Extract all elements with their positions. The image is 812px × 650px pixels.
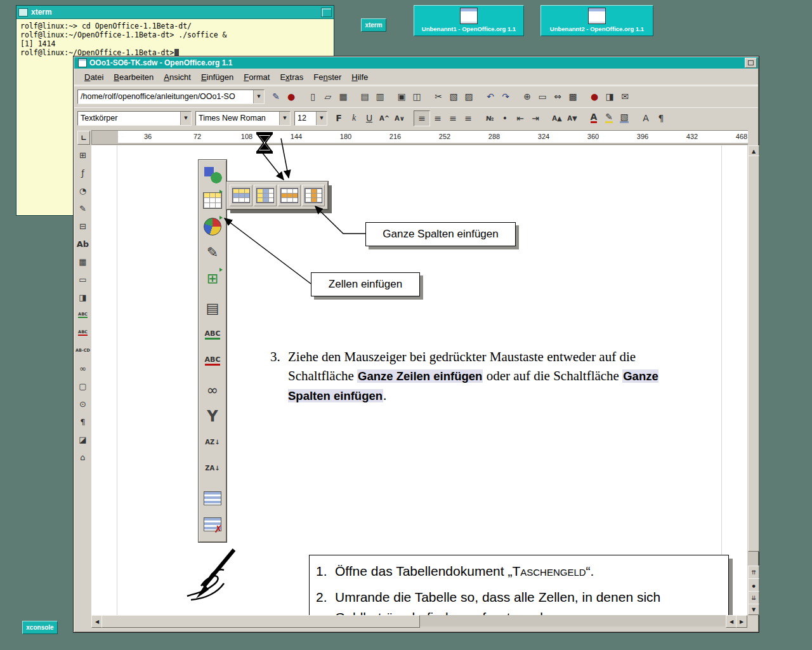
menu-bearbeiten[interactable]: Bearbeiten <box>108 70 159 84</box>
minimized-xterm[interactable]: xterm <box>361 18 386 32</box>
writer-titlebar[interactable]: OOo1-SO6-TK.sdw - OpenOffice.org 1.1 <box>74 57 758 69</box>
bullets-icon[interactable]: • <box>497 111 513 126</box>
character-dialog-icon[interactable]: A <box>638 111 653 126</box>
ruler[interactable]: ∟ 3672108144180216252288324360396432468 <box>74 129 748 145</box>
horizontal-scroll-thumb[interactable] <box>102 615 420 628</box>
autospellcheck-icon[interactable]: ABC <box>75 324 91 341</box>
find-replace-icon[interactable]: ∞ <box>75 360 91 376</box>
navigation-dot-icon[interactable]: ● <box>748 578 759 592</box>
stop-loading-icon[interactable]: ● <box>284 90 299 104</box>
increase-indent-icon[interactable]: ⇥ <box>528 111 543 126</box>
paragraph-style-combobox[interactable]: Textkörper ▼ <box>77 111 192 126</box>
horizontal-scrollbar[interactable]: ◀ ◀ ▶ <box>91 615 747 627</box>
reduce-font-icon[interactable]: A▼ <box>565 111 580 126</box>
scroll-down-icon[interactable]: ▼ <box>748 604 759 615</box>
hyphenation-icon[interactable]: AB-CD <box>75 342 91 359</box>
dropdown-icon[interactable]: ▼ <box>316 112 327 125</box>
url-input[interactable]: /home/rolf/openoffice/anleitungen/OOo1-S… <box>78 92 253 101</box>
stylist-icon[interactable]: ▭ <box>535 90 550 104</box>
draw-functions-icon[interactable]: ✎ <box>75 200 91 216</box>
record-macro-icon[interactable]: ● <box>587 90 602 104</box>
templates-icon[interactable]: ▥ <box>372 90 388 104</box>
previous-page-icon[interactable]: ⇈ <box>748 566 759 580</box>
page-preview-icon[interactable]: ◫ <box>409 90 424 104</box>
frame-icon[interactable]: ▢ <box>75 378 91 394</box>
paragraph-dialog-icon[interactable]: ¶ <box>653 111 669 126</box>
minimized-xconsole[interactable]: xconsole <box>22 621 58 634</box>
background-color-icon[interactable]: ▧ <box>617 111 632 126</box>
new-document-icon[interactable]: ▯ <box>305 90 320 104</box>
align-center-icon[interactable]: ≡ <box>430 111 445 126</box>
bold-icon[interactable]: F <box>331 111 346 126</box>
italic-icon[interactable]: k <box>346 111 362 126</box>
maximize-button[interactable] <box>745 58 757 68</box>
font-name-value[interactable]: Times New Roman <box>196 114 279 123</box>
hyperlink-dialog-icon[interactable]: ⇔ <box>550 90 565 104</box>
justify-icon[interactable]: ≡ <box>461 111 476 126</box>
terminal-output[interactable]: rolf@linux:~> cd OpenOffice-1.1Beta-dt/r… <box>16 19 334 60</box>
insert-frame-icon[interactable]: ▭ <box>75 271 91 288</box>
gallery-icon[interactable]: ▩ <box>565 90 580 104</box>
next-page-icon[interactable]: ⇊ <box>748 591 759 605</box>
vertical-scrollbar[interactable]: ▲ ⇈ ● ⇊ ▼ <box>748 129 758 627</box>
edit-file-icon[interactable]: ✎ <box>268 90 284 104</box>
font-color-icon[interactable]: A <box>586 111 601 126</box>
menu-format[interactable]: Format <box>239 70 275 84</box>
font-size-combobox[interactable]: 12 ▼ <box>294 111 327 126</box>
align-left-icon[interactable]: ≡ <box>414 110 430 126</box>
undo-icon[interactable]: ↶ <box>483 90 498 104</box>
align-right-icon[interactable]: ≡ <box>445 111 461 126</box>
xterm-titlebar[interactable]: xterm <box>16 6 334 19</box>
zoom-icon[interactable]: ⊙ <box>75 395 91 412</box>
highlighting-icon[interactable]: ✎ <box>601 111 617 126</box>
minimized-window-unbenannt1[interactable]: Unbenannt1 - OpenOffice.org 1.1 <box>414 5 524 36</box>
autotext-icon[interactable]: Ab <box>75 235 91 252</box>
dropdown-icon[interactable]: ▼ <box>279 112 290 125</box>
form-functions-icon[interactable]: ⊟ <box>75 218 91 234</box>
nonprinting-characters-icon[interactable]: ¶ <box>75 413 91 430</box>
superscript-icon[interactable]: A^ <box>377 111 392 126</box>
ruler-band[interactable]: 3672108144180216252288324360396432468 <box>91 130 749 145</box>
insert-icon[interactable]: ⊞ <box>75 147 91 163</box>
font-name-combobox[interactable]: Times New Roman ▼ <box>195 111 291 126</box>
insert-object-icon[interactable]: ◔ <box>75 182 91 199</box>
maximize-icon[interactable] <box>321 8 332 17</box>
document-canvas[interactable]: ✎⊞▤ABCABC∞YAZ↓ZA↓ Ganze Spalten einfügen… <box>91 145 747 615</box>
menu-ansicht[interactable]: Ansicht <box>159 70 196 84</box>
navigator-icon[interactable]: ⊕ <box>520 90 535 104</box>
spellcheck-icon[interactable]: ABC <box>75 307 91 323</box>
menu-fenster[interactable]: Fenster <box>308 70 346 84</box>
copy-icon[interactable]: ▧ <box>446 90 461 104</box>
paragraph-style-value[interactable]: Textkörper <box>78 114 180 123</box>
decrease-indent-icon[interactable]: ⇤ <box>513 111 528 126</box>
subscript-icon[interactable]: A∨ <box>392 111 407 126</box>
insert-fields-icon[interactable]: ƒ <box>75 164 91 181</box>
menu-hilfe[interactable]: Hilfe <box>346 70 373 84</box>
tab-selector-icon[interactable]: ∟ <box>77 131 90 145</box>
insert-graphics-icon[interactable]: ◨ <box>75 289 91 305</box>
insert-graphics-icon[interactable]: ◨ <box>602 90 617 104</box>
redo-icon[interactable]: ↷ <box>498 90 513 104</box>
menu-extras[interactable]: Extras <box>275 70 308 84</box>
open-document-icon[interactable]: ▱ <box>320 90 336 104</box>
graphics-onoff-icon[interactable]: ◪ <box>75 431 91 448</box>
document-icon[interactable]: ▤ <box>357 90 372 104</box>
save-document-icon[interactable]: ▦ <box>336 90 351 104</box>
document-icon[interactable] <box>78 58 87 67</box>
online-layout-icon[interactable]: ⌂ <box>75 449 91 465</box>
font-size-value[interactable]: 12 <box>295 114 316 123</box>
vertical-scroll-thumb[interactable] <box>748 156 759 552</box>
mail-icon[interactable]: ✉ <box>617 90 632 104</box>
dropdown-icon[interactable]: ▼ <box>180 112 191 125</box>
minimized-window-unbenannt2[interactable]: Unbenannt2 - OpenOffice.org 1.1 <box>540 5 653 36</box>
underline-icon[interactable]: U <box>362 111 377 126</box>
window-menu-icon[interactable] <box>18 8 28 17</box>
numbering-icon[interactable]: № <box>482 111 497 126</box>
url-combobox[interactable]: /home/rolf/openoffice/anleitungen/OOo1-S… <box>77 90 265 104</box>
menu-einfuegen[interactable]: Einfügen <box>196 70 239 84</box>
scroll-right-icon[interactable]: ▶ <box>736 615 747 628</box>
insert-table-icon[interactable]: ▦ <box>75 253 91 270</box>
print-document-icon[interactable]: ▣ <box>394 90 409 104</box>
increase-font-icon[interactable]: A▲ <box>549 111 565 126</box>
dropdown-icon[interactable]: ▼ <box>253 90 264 103</box>
